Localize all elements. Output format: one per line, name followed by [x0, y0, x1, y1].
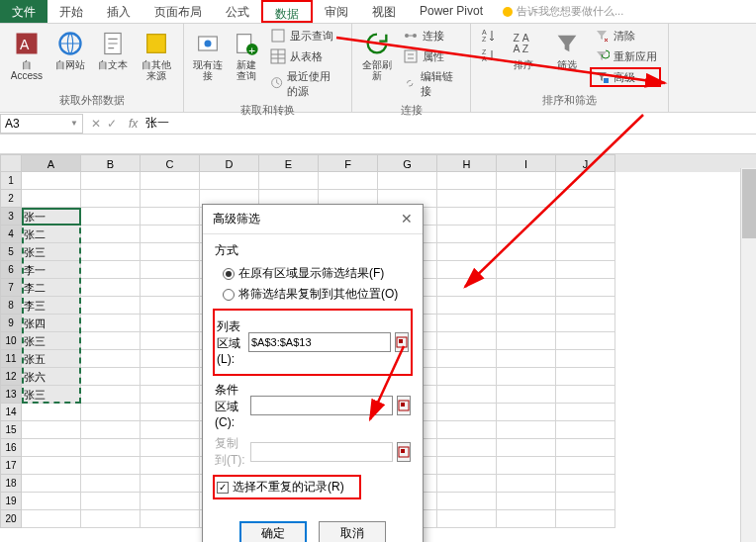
- cell[interactable]: [141, 261, 200, 279]
- cell[interactable]: [556, 172, 615, 190]
- row-header[interactable]: 1: [0, 172, 22, 190]
- row-header[interactable]: 15: [0, 421, 22, 439]
- from-web-button[interactable]: 自网站: [49, 26, 91, 72]
- cell[interactable]: [141, 421, 200, 439]
- cell[interactable]: 张二: [22, 226, 81, 243]
- cell[interactable]: [22, 439, 81, 457]
- cell[interactable]: 张五: [22, 350, 81, 368]
- existing-conn-button[interactable]: 现有连接: [190, 26, 226, 83]
- cell[interactable]: [556, 404, 615, 421]
- recent-sources-button[interactable]: 最近使用的源: [266, 67, 345, 101]
- column-header[interactable]: J: [556, 154, 615, 172]
- cell[interactable]: [497, 261, 556, 279]
- cell[interactable]: [200, 172, 259, 190]
- advanced-filter-button[interactable]: 高级: [590, 67, 661, 87]
- cell[interactable]: [556, 332, 615, 350]
- row-header[interactable]: 12: [0, 368, 22, 386]
- cell[interactable]: 李一: [22, 261, 81, 279]
- from-text-button[interactable]: 自文本: [93, 26, 135, 72]
- sort-button[interactable]: ZAAZ排序: [503, 26, 544, 72]
- tab-powerpivot[interactable]: Power Pivot: [408, 0, 495, 23]
- from-access-button[interactable]: A自 Access: [6, 26, 47, 83]
- row-header[interactable]: 10: [0, 332, 22, 350]
- column-header[interactable]: H: [437, 154, 497, 172]
- cell[interactable]: [497, 297, 556, 315]
- row-header[interactable]: 14: [0, 404, 22, 421]
- cell[interactable]: [556, 457, 615, 475]
- cell[interactable]: [556, 386, 615, 404]
- column-header[interactable]: I: [497, 154, 556, 172]
- cell[interactable]: [141, 172, 200, 190]
- cell[interactable]: [81, 368, 141, 386]
- row-header[interactable]: 17: [0, 457, 22, 475]
- cell[interactable]: [437, 493, 497, 510]
- cell[interactable]: [497, 332, 556, 350]
- cell[interactable]: [497, 368, 556, 386]
- cell[interactable]: [81, 226, 141, 243]
- cell[interactable]: [497, 315, 556, 332]
- cell[interactable]: [556, 475, 615, 493]
- cell[interactable]: [141, 332, 200, 350]
- cell[interactable]: [437, 297, 497, 315]
- cell[interactable]: [437, 510, 497, 528]
- cell[interactable]: [22, 457, 81, 475]
- column-header[interactable]: F: [319, 154, 378, 172]
- accept-formula-icon[interactable]: ✓: [107, 117, 117, 131]
- cell[interactable]: [437, 261, 497, 279]
- vertical-scrollbar[interactable]: [740, 168, 756, 542]
- cell[interactable]: [437, 368, 497, 386]
- tab-file[interactable]: 文件: [0, 0, 47, 23]
- cell[interactable]: [141, 510, 200, 528]
- cell[interactable]: [556, 261, 615, 279]
- cell[interactable]: [22, 172, 81, 190]
- cell[interactable]: [497, 475, 556, 493]
- from-table-button[interactable]: 从表格: [266, 46, 345, 66]
- cell[interactable]: [497, 439, 556, 457]
- row-header[interactable]: 16: [0, 439, 22, 457]
- cancel-formula-icon[interactable]: ✕: [91, 117, 101, 131]
- tab-view[interactable]: 视图: [360, 0, 408, 23]
- cell[interactable]: 张三: [22, 243, 81, 261]
- cell[interactable]: [437, 226, 497, 243]
- cell[interactable]: [319, 172, 378, 190]
- cell[interactable]: [81, 172, 141, 190]
- cell[interactable]: [437, 243, 497, 261]
- cell[interactable]: [81, 315, 141, 332]
- cell[interactable]: [437, 475, 497, 493]
- cell[interactable]: [141, 208, 200, 226]
- select-all-corner[interactable]: [0, 154, 22, 172]
- row-header[interactable]: 13: [0, 386, 22, 404]
- tab-formula[interactable]: 公式: [214, 0, 261, 23]
- cell[interactable]: [437, 172, 497, 190]
- edit-links-button[interactable]: 编辑链接: [399, 67, 464, 101]
- cell[interactable]: [81, 243, 141, 261]
- ok-button[interactable]: 确定: [239, 521, 307, 542]
- tab-data[interactable]: 数据: [261, 0, 313, 23]
- cell[interactable]: [497, 493, 556, 510]
- cell[interactable]: [437, 350, 497, 368]
- cell[interactable]: 李二: [22, 279, 81, 297]
- cell[interactable]: [81, 457, 141, 475]
- cancel-button[interactable]: 取消: [319, 521, 386, 542]
- row-header[interactable]: 20: [0, 510, 22, 528]
- list-range-input[interactable]: [248, 332, 391, 352]
- cell[interactable]: [556, 279, 615, 297]
- cell[interactable]: [556, 368, 615, 386]
- row-header[interactable]: 7: [0, 279, 22, 297]
- clear-filter-button[interactable]: 清除: [590, 26, 661, 45]
- cell[interactable]: 张六: [22, 368, 81, 386]
- cell[interactable]: [556, 350, 615, 368]
- cell[interactable]: 张一: [22, 208, 81, 226]
- row-header[interactable]: 9: [0, 315, 22, 332]
- row-header[interactable]: 19: [0, 493, 22, 510]
- column-header[interactable]: G: [378, 154, 437, 172]
- cell[interactable]: [22, 404, 81, 421]
- cell[interactable]: [556, 439, 615, 457]
- cell[interactable]: [81, 190, 141, 208]
- cell[interactable]: [22, 510, 81, 528]
- cell[interactable]: [81, 475, 141, 493]
- cell[interactable]: [497, 404, 556, 421]
- properties-button[interactable]: 属性: [399, 46, 464, 66]
- cell[interactable]: [556, 243, 615, 261]
- cell[interactable]: 李三: [22, 297, 81, 315]
